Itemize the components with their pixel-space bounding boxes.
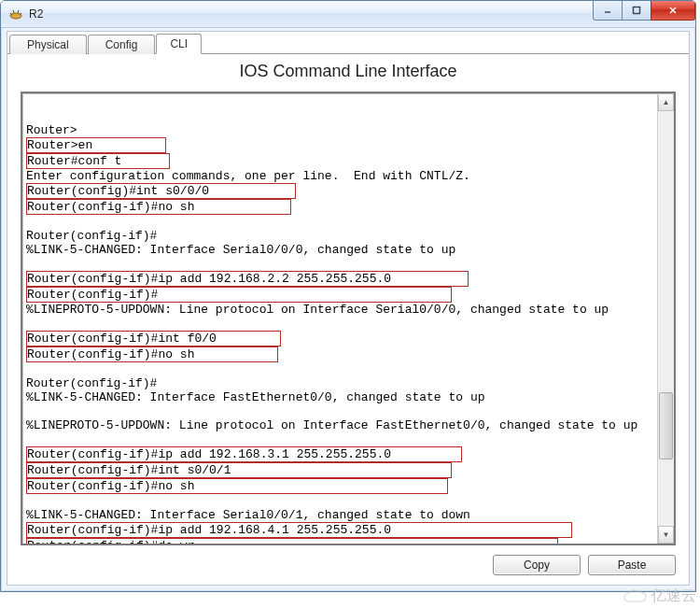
- window-title: R2: [29, 7, 43, 21]
- watermark: 亿速云: [622, 587, 696, 606]
- tab-physical[interactable]: Physical: [9, 35, 87, 54]
- scroll-down-button[interactable]: ▼: [658, 526, 674, 544]
- terminal-line: %LINK-5-CHANGED: Interface FastEthernet0…: [26, 390, 654, 404]
- terminal-line: Router(config-if)#do wr: [26, 538, 654, 544]
- maximize-button[interactable]: [622, 1, 651, 21]
- scroll-up-button[interactable]: ▲: [658, 93, 674, 111]
- tab-cli[interactable]: CLI: [156, 34, 202, 54]
- terminal-viewport[interactable]: Router>Router>enRouter#conf tEnter confi…: [22, 93, 658, 544]
- svg-rect-2: [634, 7, 640, 14]
- minimize-button[interactable]: [593, 1, 623, 21]
- terminal-line: %LINK-5-CHANGED: Interface Serial0/0/1, …: [26, 508, 654, 522]
- terminal-line: %LINEPROTO-5-UPDOWN: Line protocol on In…: [26, 303, 654, 317]
- terminal-line: [26, 362, 654, 376]
- terminal-line: Enter configuration commands, one per li…: [26, 169, 654, 183]
- terminal-line: %LINEPROTO-5-UPDOWN: Line protocol on In…: [26, 418, 654, 432]
- terminal-line: [26, 215, 654, 229]
- terminal-line: Router(config-if)#: [26, 287, 654, 303]
- terminal-line: Router(config-if)#no sh: [26, 199, 654, 215]
- terminal-line: Router(config-if)#ip add 192.168.2.2 255…: [26, 271, 654, 287]
- app-window: R2 Physical Config CLI IOS C: [0, 0, 696, 592]
- terminal-line: [26, 494, 654, 508]
- terminal-line: [26, 432, 654, 446]
- terminal-line: Router(config-if)#: [26, 376, 654, 390]
- terminal-line: Router(config-if)#int s0/0/1: [26, 462, 654, 478]
- terminal-line: [26, 95, 654, 109]
- window-controls: [594, 1, 695, 20]
- watermark-text: 亿速云: [651, 587, 696, 606]
- cli-heading: IOS Command Line Interface: [7, 62, 689, 81]
- close-button[interactable]: [651, 1, 695, 21]
- terminal-line: [26, 404, 654, 418]
- button-row: Copy Paste: [493, 555, 676, 575]
- terminal-output[interactable]: Router>Router>enRouter#conf tEnter confi…: [22, 93, 658, 544]
- tab-config[interactable]: Config: [88, 35, 156, 54]
- terminal-line: Router(config-if)#no sh: [26, 346, 654, 362]
- terminal-line: Router(config)#int s0/0/0: [26, 183, 654, 199]
- copy-button[interactable]: Copy: [493, 555, 581, 575]
- terminal-line: Router(config-if)#ip add 192.168.4.1 255…: [26, 522, 654, 538]
- terminal-line: [26, 109, 654, 123]
- terminal: Router>Router>enRouter#conf tEnter confi…: [21, 92, 676, 545]
- terminal-line: Router(config-if)#: [26, 229, 654, 243]
- terminal-line: [26, 257, 654, 271]
- terminal-line: Router(config-if)#int f0/0: [26, 331, 654, 346]
- terminal-line: Router(config-if)#no sh: [26, 478, 654, 494]
- terminal-line: %LINK-5-CHANGED: Interface Serial0/0/0, …: [26, 243, 654, 257]
- terminal-line: Router#conf t: [26, 153, 654, 169]
- client-area: Physical Config CLI IOS Command Line Int…: [7, 31, 690, 586]
- terminal-line: [26, 317, 654, 331]
- cli-panel: IOS Command Line Interface Router>Router…: [7, 54, 689, 585]
- tab-bar: Physical Config CLI: [7, 32, 689, 54]
- scrollbar[interactable]: ▲ ▼: [657, 93, 674, 544]
- scroll-thumb[interactable]: [659, 392, 673, 460]
- titlebar[interactable]: R2: [1, 1, 695, 28]
- terminal-line: Router>en: [26, 137, 654, 153]
- svg-point-0: [10, 13, 21, 19]
- terminal-line: Router(config-if)#ip add 192.168.3.1 255…: [26, 446, 654, 462]
- paste-button[interactable]: Paste: [588, 555, 676, 575]
- terminal-line: Router>: [26, 123, 654, 137]
- router-icon: [8, 7, 23, 21]
